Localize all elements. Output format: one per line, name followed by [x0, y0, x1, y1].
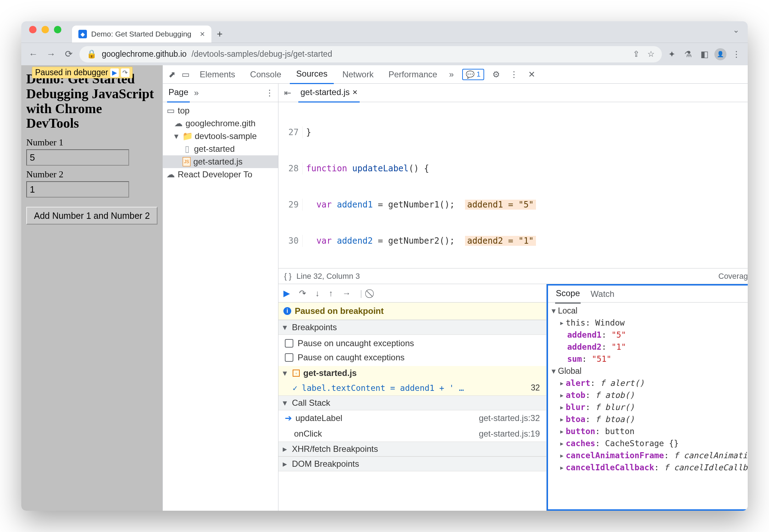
bp-line-row[interactable]: ✓label.textContent = addend1 + ' …32 — [278, 380, 546, 395]
share-icon[interactable]: ⇪ — [633, 49, 640, 59]
dom-bp-header[interactable]: ▸DOM Breakpoints — [278, 456, 546, 471]
callstack-header[interactable]: ▾Call Stack — [278, 395, 546, 410]
editor-tab-close-icon[interactable]: × — [353, 87, 358, 97]
breakpoints-header[interactable]: ▾Breakpoints — [278, 320, 546, 335]
panel-console[interactable]: Console — [244, 65, 288, 84]
code-editor[interactable]: 27} 28function updateLabel() { 29 var ad… — [278, 102, 748, 268]
scope-tab[interactable]: Scope — [555, 284, 581, 304]
url-host: googlechrome.github.io — [102, 49, 187, 59]
file-tree: ▭top ☁googlechrome.gith ▾📁devtools-sampl… — [163, 102, 278, 183]
tree-host[interactable]: ☁googlechrome.gith — [163, 117, 278, 130]
reload-button[interactable]: ⟳ — [62, 47, 76, 61]
add-button[interactable]: Add Number 1 and Number 2 — [26, 207, 157, 225]
nav-menu-icon[interactable]: ⋮ — [265, 88, 274, 98]
panel-overflow-icon[interactable]: » — [446, 69, 457, 80]
panel-elements[interactable]: Elements — [193, 65, 242, 84]
forward-button[interactable]: → — [44, 47, 58, 61]
browser-tab[interactable]: ◆ Demo: Get Started Debugging × — [72, 26, 211, 43]
address-bar[interactable]: 🔒 googlechrome.github.io/devtools-sample… — [79, 46, 662, 62]
overlay-resume-icon[interactable]: ▶ — [110, 68, 119, 77]
cursor-position: Line 32, Column 3 — [297, 272, 360, 281]
window-close[interactable] — [29, 26, 37, 33]
step-into-button[interactable]: ↓ — [315, 288, 320, 298]
tab-title: Demo: Get Started Debugging — [91, 30, 192, 38]
bp-file-row[interactable]: ▾◦get-started.js — [278, 366, 546, 380]
tabs-menu-icon[interactable]: ⌄ — [733, 26, 748, 38]
num2-input[interactable] — [26, 181, 129, 198]
resume-button[interactable]: ▶ — [283, 288, 290, 298]
paused-overlay-text: Paused in debugger — [35, 68, 108, 77]
nav-tab-page[interactable]: Page — [167, 84, 190, 102]
tree-ext[interactable]: ☁React Developer To — [163, 168, 278, 181]
tree-top[interactable]: ▭top — [163, 104, 278, 117]
window-minimize[interactable] — [42, 26, 49, 33]
panel-performance[interactable]: Performance — [382, 65, 443, 84]
nav-tab-more-icon[interactable]: » — [194, 88, 199, 98]
panel-network[interactable]: Network — [336, 65, 380, 84]
devtools-close-icon[interactable]: ✕ — [526, 69, 537, 80]
tree-html[interactable]: ▯get-started — [163, 143, 278, 155]
scope-panel: ▾Local ▸this: Window addend1: "5" addend… — [548, 303, 748, 476]
paused-message: iPaused on breakpoint — [278, 303, 546, 320]
rendered-page: Paused in debugger ▶ ↷ Demo: Get Started… — [21, 65, 162, 511]
paused-overlay: Paused in debugger ▶ ↷ — [32, 67, 133, 78]
sidepanel-icon[interactable]: ◧ — [698, 48, 711, 61]
pause-uncaught-toggle[interactable]: Pause on uncaught exceptions — [278, 336, 546, 350]
step-button[interactable]: → — [342, 288, 351, 298]
tree-folder[interactable]: ▾📁devtools-sample — [163, 130, 278, 143]
stack-frame-1[interactable]: onClickget-started.js:19 — [278, 426, 546, 442]
favicon-icon: ◆ — [78, 30, 87, 38]
num1-input[interactable] — [26, 149, 129, 166]
page-title: Demo: Get Started Debugging JavaScript w… — [26, 72, 157, 131]
editor-tab[interactable]: get-started.js× — [298, 84, 360, 102]
labs-icon[interactable]: ⚗ — [682, 48, 695, 61]
tree-js[interactable]: JSget-started.js — [163, 155, 278, 168]
chrome-menu-icon[interactable]: ⋮ — [730, 48, 743, 61]
back-button[interactable]: ← — [26, 47, 40, 61]
extensions-icon[interactable]: ✦ — [665, 48, 678, 61]
new-tab-button[interactable]: + — [211, 26, 228, 43]
profile-avatar[interactable]: 👤 — [714, 48, 726, 60]
num2-label: Number 2 — [26, 169, 157, 180]
panel-sources[interactable]: Sources — [290, 65, 334, 84]
devtools-menu-icon[interactable]: ⋮ — [508, 69, 520, 80]
xhr-bp-header[interactable]: ▸XHR/fetch Breakpoints — [278, 442, 546, 456]
stack-frame-0[interactable]: updateLabelget-started.js:32 — [278, 410, 546, 426]
watch-tab[interactable]: Watch — [591, 289, 614, 299]
step-out-button[interactable]: ↑ — [329, 288, 333, 298]
coverage-info: Coverage: n/a — [718, 272, 748, 281]
pretty-print-icon[interactable]: { } — [284, 272, 292, 281]
inspect-icon[interactable]: ⬈ — [166, 69, 178, 80]
pause-caught-toggle[interactable]: Pause on caught exceptions — [278, 350, 546, 365]
window-zoom[interactable] — [54, 26, 61, 33]
toggle-nav-icon[interactable]: ⇤ — [282, 87, 293, 99]
lock-icon: 🔒 — [87, 49, 97, 59]
issues-badge[interactable]: 💬 1 — [462, 69, 484, 80]
step-over-button[interactable]: ↷ — [299, 288, 306, 298]
tab-close-icon[interactable]: × — [200, 29, 205, 39]
bookmark-icon[interactable]: ☆ — [647, 49, 655, 59]
overlay-step-icon[interactable]: ↷ — [121, 68, 129, 77]
settings-icon[interactable]: ⚙ — [491, 69, 502, 80]
num1-label: Number 1 — [26, 137, 157, 148]
url-path: /devtools-samples/debug-js/get-started — [192, 49, 332, 59]
device-icon[interactable]: ▭ — [180, 69, 191, 80]
